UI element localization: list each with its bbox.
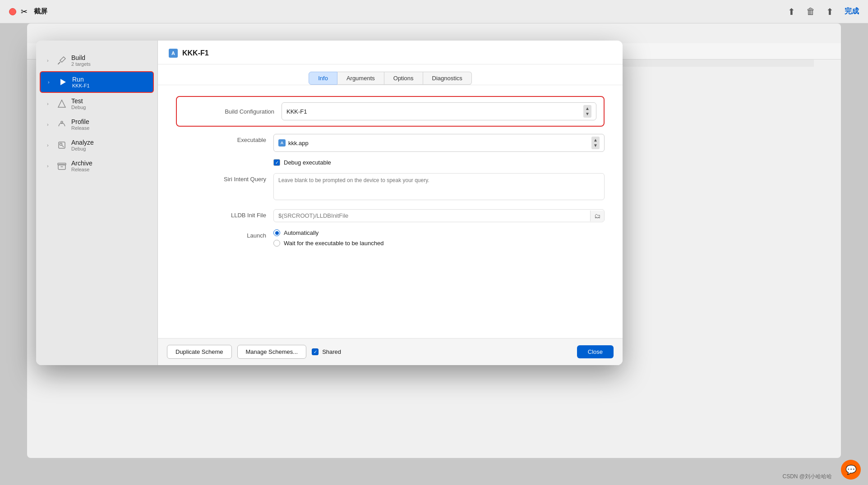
sidebar-item-archive[interactable]: › Archive Release xyxy=(40,156,154,176)
profile-icon xyxy=(57,119,67,129)
tab-options[interactable]: Options xyxy=(384,72,423,85)
debug-executable-label: Debug executable xyxy=(284,159,331,166)
build-config-label: Build Configuration xyxy=(184,108,274,115)
done-button[interactable]: 完成 xyxy=(845,7,859,16)
scheme-app-icon: A xyxy=(169,49,178,58)
top-bar-actions: ⬆ 🗑 ⬆ 完成 xyxy=(788,6,859,17)
svg-point-1 xyxy=(61,121,63,123)
tab-arguments[interactable]: Arguments xyxy=(337,72,384,85)
svg-marker-0 xyxy=(60,79,66,85)
close-button[interactable]: Close xyxy=(577,345,614,358)
archive-icon xyxy=(57,161,67,171)
chevron-profile-icon: › xyxy=(47,122,52,127)
scheme-header: A KKK-F1 xyxy=(158,41,623,64)
executable-select[interactable]: A kkk.app ▲▼ xyxy=(273,134,605,152)
sidebar-archive-sub: Release xyxy=(71,167,147,172)
scheme-sidebar: › Build 2 targets › Run KKK-F1 › xyxy=(36,41,158,365)
app-title: 截屏 xyxy=(34,7,47,16)
tab-info[interactable]: Info xyxy=(309,72,337,85)
siri-label: Siri Intent Query xyxy=(176,173,266,183)
duplicate-scheme-button[interactable]: Duplicate Scheme xyxy=(167,345,232,359)
sidebar-run-sub: KKK-F1 xyxy=(72,83,146,88)
analyze-icon xyxy=(57,140,67,150)
svg-rect-5 xyxy=(58,163,66,165)
build-config-select[interactable]: KKK-F1 ▲▼ xyxy=(282,102,596,120)
main-content: A KKK-F1 Info Arguments Options Diagnost… xyxy=(158,41,623,365)
sidebar-item-analyze[interactable]: › Analyze Debug xyxy=(40,135,154,155)
sidebar-item-build[interactable]: › Build 2 targets xyxy=(40,50,154,70)
chat-icon[interactable]: 💬 xyxy=(841,460,861,480)
shared-checkbox[interactable]: ✓ xyxy=(312,348,319,355)
launch-row: Launch Automatically Wait for the execut… xyxy=(176,229,605,250)
chevron-test-icon: › xyxy=(47,101,52,106)
sidebar-item-test[interactable]: › Test Debug xyxy=(40,94,154,114)
sidebar-item-run[interactable]: › Run KKK-F1 xyxy=(40,71,154,93)
sidebar-run-label: Run xyxy=(72,76,146,83)
scheme-title: KKK-F1 xyxy=(182,49,209,64)
build-config-row: Build Configuration KKK-F1 ▲▼ xyxy=(176,96,605,127)
share-icon[interactable]: ⬆ xyxy=(826,6,834,17)
chevron-analyze-icon: › xyxy=(47,142,52,148)
launch-wait-label: Wait for the executable to be launched xyxy=(284,240,383,247)
sidebar-analyze-label: Analyze xyxy=(71,139,147,146)
scheme-dialog: › Build 2 targets › Run KKK-F1 › xyxy=(36,41,623,365)
launch-auto-radio[interactable] xyxy=(273,229,280,236)
chevron-archive-icon: › xyxy=(47,163,52,169)
trash-icon[interactable]: 🗑 xyxy=(806,6,815,17)
select-arrows-icon: ▲▼ xyxy=(583,105,591,118)
csdn-watermark: CSDN @刘小哈哈哈 xyxy=(782,473,832,480)
launch-auto-label: Automatically xyxy=(284,229,319,236)
shared-label: Shared xyxy=(322,348,341,355)
tab-diagnostics[interactable]: Diagnostics xyxy=(423,72,472,85)
sidebar-test-sub: Debug xyxy=(71,105,147,110)
exec-app-icon: A xyxy=(278,139,286,146)
info-tabs-row: Info Arguments Options Diagnostics xyxy=(158,64,623,85)
upload-icon[interactable]: ⬆ xyxy=(788,6,795,17)
build-config-value: KKK-F1 xyxy=(286,108,307,115)
folder-icon[interactable]: 🗂 xyxy=(590,210,604,221)
run-icon xyxy=(58,77,68,87)
shared-row: ✓ Shared xyxy=(312,348,341,355)
close-window-button[interactable] xyxy=(9,8,16,15)
sidebar-build-label: Build xyxy=(71,54,147,61)
chevron-icon: › xyxy=(47,58,52,63)
lldb-label: LLDB Init File xyxy=(176,209,266,219)
manage-schemes-button[interactable]: Manage Schemes... xyxy=(237,345,307,359)
lldb-input-row: 🗂 xyxy=(273,209,605,222)
sidebar-profile-label: Profile xyxy=(71,118,147,125)
sidebar-profile-sub: Release xyxy=(71,125,147,131)
sidebar-item-profile[interactable]: › Profile Release xyxy=(40,114,154,134)
sidebar-build-sub: 2 targets xyxy=(71,61,147,67)
sidebar-analyze-sub: Debug xyxy=(71,146,147,151)
form-area: Build Configuration KKK-F1 ▲▼ Executable… xyxy=(158,85,623,338)
dialog-bottom-bar: Duplicate Scheme Manage Schemes... ✓ Sha… xyxy=(158,338,623,365)
sidebar-archive-label: Archive xyxy=(71,160,147,167)
lldb-input[interactable] xyxy=(274,210,590,222)
sidebar-test-label: Test xyxy=(71,97,147,105)
executable-label: Executable xyxy=(176,134,266,143)
chevron-run-icon: › xyxy=(48,79,53,85)
executable-row: Executable A kkk.app ▲▼ xyxy=(176,134,605,152)
siri-row: Siri Intent Query xyxy=(176,173,605,202)
svg-point-3 xyxy=(60,143,62,146)
lldb-row: LLDB Init File 🗂 xyxy=(176,209,605,222)
siri-textarea[interactable] xyxy=(273,173,605,200)
launch-auto-row: Automatically xyxy=(273,229,605,236)
test-icon xyxy=(57,99,67,109)
launch-wait-radio[interactable] xyxy=(273,240,280,247)
exec-select-arrows-icon: ▲▼ xyxy=(591,137,600,149)
executable-name: kkk.app xyxy=(288,140,589,146)
top-bar: ✂ 截屏 ⬆ 🗑 ⬆ 完成 xyxy=(0,0,868,23)
launch-label: Launch xyxy=(176,229,266,239)
debug-executable-row: ✓ Debug executable xyxy=(273,159,605,166)
launch-wait-row: Wait for the executable to be launched xyxy=(273,240,605,247)
hammer-icon xyxy=(57,55,67,65)
debug-executable-checkbox[interactable]: ✓ xyxy=(273,159,280,166)
